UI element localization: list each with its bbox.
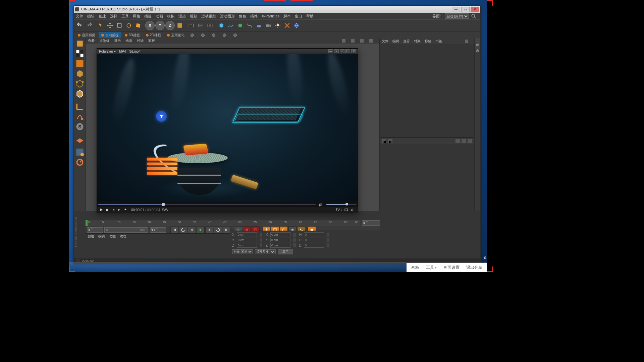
object-list[interactable] — [380, 44, 474, 138]
pot-stop[interactable] — [105, 207, 110, 212]
coord-apply[interactable]: 应用 — [278, 249, 293, 254]
om-search-icon[interactable] — [465, 40, 468, 43]
om-view[interactable]: 查看 — [403, 39, 410, 44]
title-bar[interactable]: CINEMA 4D R16.011 Studio (R16) - [未标题 1 … — [74, 6, 480, 13]
menu-snap[interactable]: 捕捉 — [144, 14, 152, 19]
attribute-body[interactable] — [380, 144, 474, 211]
next-key[interactable] — [214, 226, 222, 234]
video-area[interactable] — [97, 54, 358, 201]
volume-bar[interactable] — [326, 204, 357, 205]
axis-y-toggle[interactable]: Y — [155, 21, 165, 30]
tweak-mode[interactable] — [75, 112, 85, 121]
pot-next[interactable] — [117, 207, 122, 212]
vp-nav-icon[interactable] — [342, 39, 345, 43]
volume-icon[interactable]: 🔊 — [318, 203, 322, 206]
menu-mograph[interactable]: 运动图形 — [220, 14, 235, 19]
pot-play[interactable] — [99, 207, 104, 212]
cube-primitive[interactable] — [217, 21, 226, 30]
snap-enable[interactable]: 启用捕捉 — [75, 32, 98, 38]
snap-toggle[interactable]: S — [75, 122, 85, 131]
menu-select[interactable]: 选择 — [110, 14, 117, 19]
attr-back[interactable]: ◄ — [382, 139, 386, 143]
current-frame-field[interactable] — [362, 220, 380, 226]
pot-maximize[interactable]: ▭ — [340, 49, 344, 53]
om-bookmarks[interactable]: 书签 — [435, 39, 442, 44]
vp-camera[interactable]: 摄像机 — [99, 39, 109, 43]
deformer[interactable] — [245, 21, 254, 30]
play-button[interactable] — [197, 226, 205, 234]
render-settings[interactable] — [206, 21, 214, 30]
share-settings[interactable]: 画面设置 — [440, 265, 463, 270]
menu-animate[interactable]: 动画 — [156, 14, 163, 19]
pos-x[interactable] — [237, 232, 257, 237]
vtab-1[interactable]: 对象 — [475, 38, 480, 44]
playhead[interactable] — [86, 220, 88, 226]
pot-capture-icon[interactable] — [344, 207, 348, 212]
share-exit[interactable]: 退出分享 — [463, 265, 486, 270]
minimize-button[interactable]: — — [452, 7, 460, 12]
axis-x-toggle[interactable]: X — [145, 21, 155, 30]
rot-b[interactable] — [304, 243, 324, 248]
rot-h[interactable] — [304, 232, 324, 237]
redo-button[interactable] — [85, 21, 94, 30]
menu-character[interactable]: 角色 — [239, 14, 246, 19]
timeline-ruler[interactable]: 0 5 10 15 20 25 30 35 40 45 50 55 60 65 … — [86, 220, 380, 226]
start-frame[interactable] — [87, 227, 103, 233]
mat-edit[interactable]: 编辑 — [98, 234, 105, 239]
render-view[interactable] — [187, 21, 196, 30]
end-frame[interactable] — [150, 227, 166, 233]
attr-search-icon[interactable] — [455, 139, 460, 143]
snap-extra-3[interactable] — [209, 33, 219, 38]
snap-extra-5[interactable] — [231, 33, 241, 38]
workplane[interactable] — [75, 135, 85, 144]
rotate-tool[interactable] — [124, 21, 133, 30]
snap-quantize[interactable]: 启用量化 — [164, 32, 187, 38]
attr-fwd[interactable]: ► — [388, 139, 392, 143]
layout-select[interactable]: 启动 (用户) — [445, 13, 469, 19]
coord-system[interactable] — [175, 21, 184, 30]
light-tool[interactable] — [273, 21, 282, 30]
om-tags[interactable]: 标签 — [425, 39, 431, 44]
menu-create[interactable]: 创建 — [99, 14, 106, 19]
axis-z-toggle[interactable]: Z — [165, 21, 175, 30]
coord-mode[interactable]: 对象 (相对) — [232, 249, 253, 254]
attr-menu-icon[interactable] — [468, 139, 472, 143]
menu-sculpt[interactable]: 雕刻 — [190, 14, 197, 19]
menu-xparticles[interactable]: X-Particles — [262, 14, 279, 18]
om-edit[interactable]: 编辑 — [392, 39, 399, 44]
pot-prev[interactable] — [111, 207, 116, 212]
range-slider[interactable]: 0 F90 F — [104, 227, 148, 233]
seek-knob[interactable] — [162, 203, 165, 206]
snap-2d[interactable]: 2D捕捉 — [143, 32, 164, 38]
potplayer-appname[interactable]: Potplayer ▾ — [99, 50, 116, 53]
menu-window[interactable]: 窗口 — [295, 14, 302, 19]
edge-mode[interactable] — [75, 89, 85, 99]
object-mode[interactable] — [75, 69, 85, 78]
vp-panel[interactable]: 面板 — [148, 39, 155, 43]
mat-func[interactable]: 功能 — [109, 234, 116, 239]
vp-options[interactable]: 选项 — [125, 39, 132, 43]
menu-render[interactable]: 渲染 — [178, 14, 186, 19]
spline-tool[interactable] — [226, 21, 235, 30]
xpresso-tool[interactable] — [283, 21, 291, 30]
size-y[interactable] — [270, 238, 290, 242]
vp-display[interactable]: 显示 — [114, 39, 121, 43]
potplayer-titlebar[interactable]: Potplayer ▾ MP4 3d.mp4 — ▪ ▭ ⛶ ✕ — [97, 49, 358, 54]
pot-minimize[interactable]: — — [328, 49, 333, 53]
snap-extra-4[interactable] — [220, 33, 230, 38]
mat-create[interactable]: 创建 — [88, 234, 94, 239]
om-object[interactable]: 对象 — [414, 39, 421, 44]
viewport-lock[interactable] — [75, 158, 85, 167]
lastused-tool[interactable] — [134, 21, 143, 30]
texture-mode[interactable] — [75, 59, 85, 68]
render-pv[interactable] — [196, 21, 205, 30]
vp-nav-icon[interactable] — [360, 39, 364, 43]
menu-plugins[interactable]: 插件 — [250, 14, 258, 19]
move-tool[interactable] — [106, 21, 114, 30]
share-tools[interactable]: 工具 — [423, 265, 440, 270]
close-button[interactable]: ✕ — [471, 7, 479, 12]
snap-auto[interactable]: 自动捕捉 — [99, 32, 121, 38]
pos-z[interactable] — [237, 243, 257, 248]
next-frame[interactable] — [205, 226, 213, 234]
menu-help[interactable]: 帮助 — [306, 14, 314, 19]
